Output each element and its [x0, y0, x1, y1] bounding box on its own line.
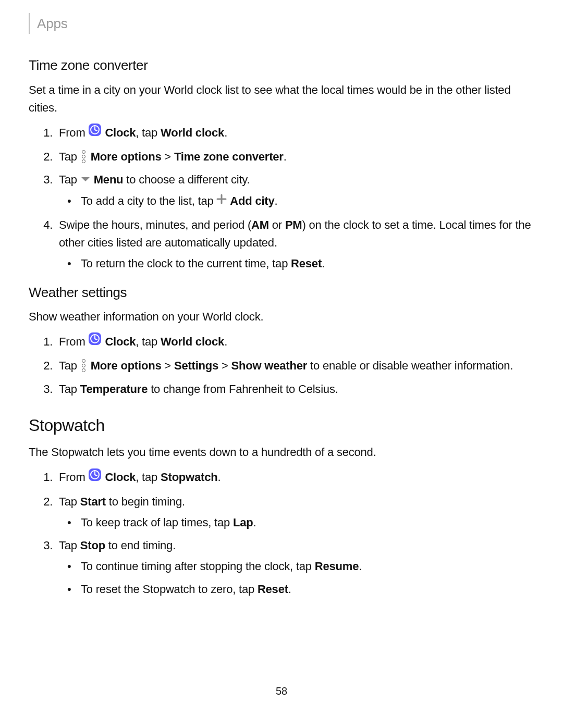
header-rule [29, 13, 30, 34]
more-options-icon [80, 358, 88, 373]
text: To return the clock to the current time,… [81, 257, 291, 270]
text: , tap [136, 471, 161, 484]
text: Tap [59, 359, 80, 372]
text: Show weather [231, 359, 308, 372]
text: Tap [59, 539, 80, 552]
text: to choose a different city. [123, 173, 250, 186]
text: Reset [291, 257, 322, 270]
text: Settings [174, 359, 218, 372]
list-item: To continue timing after stopping the cl… [78, 558, 534, 575]
text: Clock [105, 335, 136, 348]
tzc-intro: Set a time in a city on your World clock… [29, 81, 534, 117]
list-item: Tap Stop to end timing. To continue timi… [56, 537, 534, 598]
text: PM [285, 218, 302, 231]
more-options-icon [80, 149, 88, 164]
list-item: From Clock, tap World clock. [56, 333, 534, 352]
text: To continue timing after stopping the cl… [81, 560, 315, 573]
heading-stopwatch: Stopwatch [29, 413, 534, 439]
header-title: Apps [37, 13, 67, 34]
text: From [59, 335, 88, 348]
clock-icon [88, 468, 102, 487]
list-item: To add a city to the list, tap Add city. [78, 192, 534, 211]
list-item: Tap Temperature to change from Fahrenhei… [56, 380, 534, 398]
text: Menu [94, 173, 124, 186]
text: To add a city to the list, tap [81, 194, 216, 207]
text: From [59, 471, 88, 484]
text: AM [251, 218, 269, 231]
sw-intro: The Stopwatch lets you time events down … [29, 443, 534, 461]
text: More options [91, 150, 162, 163]
text: Swipe the hours, minutes, and period ( [59, 218, 251, 231]
text: Tap [59, 382, 80, 396]
text: To keep track of lap times, tap [81, 516, 233, 529]
text: More options [91, 359, 162, 372]
text: Stop [80, 539, 105, 552]
heading-tzc: Time zone converter [29, 55, 534, 76]
list-item: Tap Menu to choose a different city. To … [56, 171, 534, 211]
text: to enable or disable weather information… [307, 359, 513, 372]
ws-steps: From Clock, tap World clock. Tap More op… [29, 333, 534, 398]
sw-steps: From Clock, tap Stopwatch. Tap Start to … [29, 468, 534, 598]
list-item: To keep track of lap times, tap Lap. [78, 514, 534, 532]
text: Tap [59, 495, 80, 508]
text: Tap [59, 150, 80, 163]
text: Reset [258, 583, 288, 596]
text: > [161, 150, 174, 163]
text: World clock [161, 126, 224, 139]
text: Temperature [80, 382, 148, 396]
list-item: Tap Start to begin timing. To keep track… [56, 493, 534, 532]
text: , tap [136, 126, 161, 139]
text: Lap [233, 516, 253, 529]
list-item: To return the clock to the current time,… [78, 255, 534, 273]
list-item: Tap More options > Settings > Show weath… [56, 357, 534, 375]
text: World clock [161, 335, 224, 348]
text: Tap [59, 173, 80, 186]
list-item: Swipe the hours, minutes, and period (AM… [56, 216, 534, 273]
text: to begin timing. [106, 495, 185, 508]
header: Apps [29, 13, 534, 34]
list-item: To reset the Stopwatch to zero, tap Rese… [78, 581, 534, 598]
text: To reset the Stopwatch to zero, tap [81, 583, 258, 596]
text: From [59, 126, 88, 139]
text: , tap [136, 335, 161, 348]
text: Clock [105, 471, 136, 484]
text: or [269, 218, 285, 231]
text: > [218, 359, 231, 372]
page-number: 58 [0, 683, 563, 699]
text: to end timing. [105, 539, 176, 552]
text: to change from Fahrenheit to Celsius. [148, 382, 338, 396]
tzc-steps: From Clock, tap World clock. Tap More op… [29, 124, 534, 273]
text: Start [80, 495, 106, 508]
text: Clock [105, 126, 136, 139]
list-item: From Clock, tap Stopwatch. [56, 468, 534, 487]
clock-icon [88, 332, 102, 351]
text: Stopwatch [161, 471, 217, 484]
text: Add city [230, 194, 274, 207]
plus-icon [216, 192, 227, 209]
heading-weather: Weather settings [29, 282, 534, 303]
list-item: From Clock, tap World clock. [56, 124, 534, 143]
text: > [161, 359, 174, 372]
clock-icon [88, 123, 102, 142]
text: Resume [315, 560, 359, 573]
chevron-down-icon [80, 170, 91, 188]
list-item: Tap More options > Time zone converter. [56, 148, 534, 166]
text: Time zone converter [174, 150, 284, 163]
ws-intro: Show weather information on your World c… [29, 308, 534, 326]
